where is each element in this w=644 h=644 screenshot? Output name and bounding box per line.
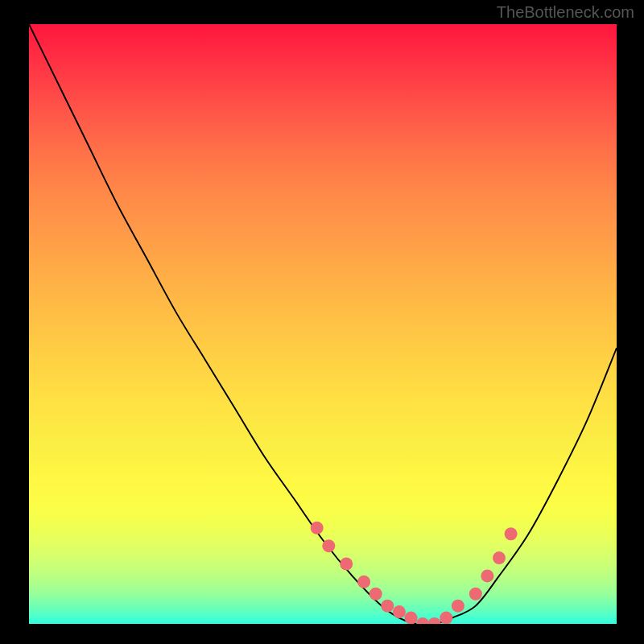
curve-marker-dot [369, 588, 382, 601]
curve-marker-dot [428, 617, 441, 624]
curve-marker-dot [440, 612, 452, 624]
curve-marker-dot [322, 539, 335, 552]
curve-marker-dot [469, 588, 482, 601]
attribution-text: TheBottleneck.com [497, 3, 634, 22]
curve-marker-dot [405, 612, 418, 624]
curve-marker-dot [357, 576, 370, 588]
curve-marker-dot [340, 558, 353, 571]
curve-marker-dot [505, 527, 518, 540]
curve-marker-dot [393, 605, 406, 618]
curve-marker-dot [381, 600, 394, 613]
bottleneck-curve [29, 24, 617, 624]
chart-overlay-svg [29, 24, 617, 624]
chart-plot-area [29, 24, 617, 624]
curve-marker-dot [452, 600, 464, 613]
curve-markers [311, 522, 518, 624]
curve-marker-dot [481, 569, 493, 582]
curve-marker-dot [311, 522, 324, 535]
curve-marker-dot [493, 551, 506, 564]
curve-marker-dot [416, 617, 429, 624]
